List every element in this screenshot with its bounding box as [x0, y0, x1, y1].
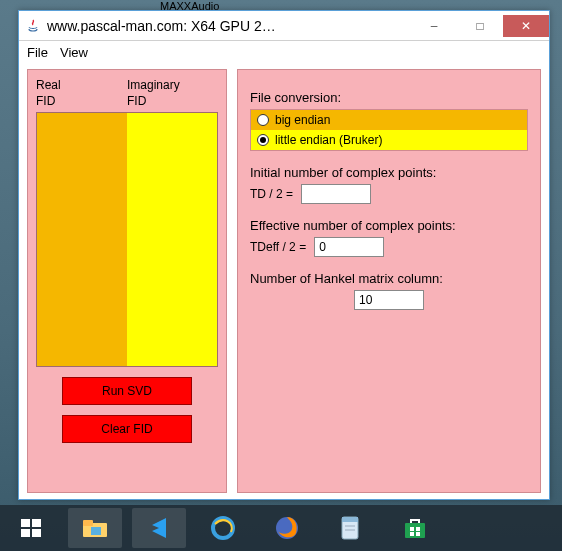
clear-fid-button[interactable]: Clear FID [62, 415, 192, 443]
vscode-icon [146, 515, 172, 541]
menubar: File View [19, 41, 549, 63]
java-icon [25, 18, 41, 34]
svg-rect-2 [21, 529, 30, 537]
svg-rect-3 [32, 529, 41, 537]
radio-icon [257, 114, 269, 126]
svg-rect-14 [410, 527, 414, 531]
file-conversion-label: File conversion: [250, 90, 528, 105]
fid-plot [36, 112, 218, 367]
tdeff-label: Effective number of complex points: [250, 218, 528, 233]
real-fid-header: RealFID [36, 78, 127, 112]
endian-radio-group: big endian little endian (Bruker) [250, 109, 528, 151]
menu-view[interactable]: View [60, 45, 88, 60]
taskbar [0, 505, 562, 551]
hankel-label: Number of Hankel matrix column: [250, 271, 528, 286]
svg-rect-1 [32, 519, 41, 527]
fid-plot-real [37, 113, 127, 366]
svg-rect-10 [342, 517, 358, 522]
folder-icon [81, 517, 109, 539]
windows-icon [19, 516, 43, 540]
taskbar-vscode[interactable] [132, 508, 186, 548]
menu-file[interactable]: File [27, 45, 48, 60]
maximize-button[interactable]: □ [457, 15, 503, 37]
svg-rect-0 [21, 519, 30, 527]
window-title: www.pascal-man.com: X64 GPU 2… [47, 18, 411, 34]
firefox-icon [274, 515, 300, 541]
right-panel: File conversion: big endian little endia… [237, 69, 541, 493]
svg-rect-5 [83, 520, 93, 526]
td-label: Initial number of complex points: [250, 165, 528, 180]
left-panel: RealFID ImaginaryFID Run SVD Clear FID [27, 69, 227, 493]
radio-icon [257, 134, 269, 146]
taskbar-file-explorer[interactable] [68, 508, 122, 548]
minimize-button[interactable]: – [411, 15, 457, 37]
radio-little-endian[interactable]: little endian (Bruker) [251, 130, 527, 150]
start-button[interactable] [4, 508, 58, 548]
fid-plot-imaginary [127, 113, 217, 366]
ie-icon [209, 514, 237, 542]
taskbar-notepad[interactable] [324, 508, 378, 548]
svg-rect-17 [416, 532, 420, 536]
taskbar-store[interactable] [388, 508, 442, 548]
imaginary-fid-header: ImaginaryFID [127, 78, 218, 112]
hankel-input[interactable] [354, 290, 424, 310]
radio-big-endian[interactable]: big endian [251, 110, 527, 130]
svg-rect-16 [410, 532, 414, 536]
td-prefix: TD / 2 = [250, 187, 293, 201]
taskbar-ie[interactable] [196, 508, 250, 548]
svg-rect-6 [91, 527, 101, 535]
taskbar-firefox[interactable] [260, 508, 314, 548]
svg-rect-15 [416, 527, 420, 531]
app-window: www.pascal-man.com: X64 GPU 2… – □ ✕ Fil… [18, 10, 550, 500]
run-svd-button[interactable]: Run SVD [62, 377, 192, 405]
radio-little-endian-label: little endian (Bruker) [275, 133, 382, 147]
notepad-icon [339, 514, 363, 542]
store-icon [402, 516, 428, 540]
close-button[interactable]: ✕ [503, 15, 549, 37]
titlebar[interactable]: www.pascal-man.com: X64 GPU 2… – □ ✕ [19, 11, 549, 41]
radio-big-endian-label: big endian [275, 113, 330, 127]
svg-rect-13 [405, 523, 425, 538]
tdeff-input[interactable] [314, 237, 384, 257]
td-input[interactable] [301, 184, 371, 204]
tdeff-prefix: TDeff / 2 = [250, 240, 306, 254]
